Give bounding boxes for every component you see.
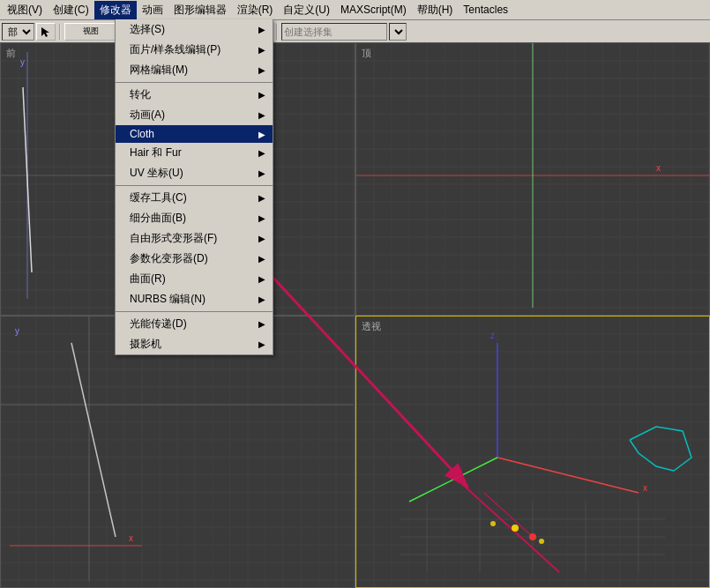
toolbar-sep-1 (59, 24, 61, 40)
menu-item-param[interactable]: 参数化变形器(D) ▶ (116, 249, 273, 269)
modifier-dropdown: 选择(S) ▶ 面片/样条线编辑(P) ▶ 网格编辑(M) ▶ 转化 ▶ 动画(… (115, 19, 273, 355)
viewport-front-label: 前 (6, 47, 16, 60)
submenu-arrow-patch: ▶ (258, 45, 265, 55)
viewport-perspective-canvas (356, 316, 710, 588)
menu-sep-3 (116, 311, 273, 312)
submenu-arrow-subdivide: ▶ (258, 213, 265, 223)
menu-tentacles[interactable]: Tentacles (458, 2, 513, 18)
viewport-top-label: 顶 (362, 47, 371, 60)
submenu-arrow-cache: ▶ (258, 193, 265, 203)
menu-item-select[interactable]: 选择(S) ▶ (116, 19, 273, 40)
selection-set-input[interactable] (281, 23, 387, 41)
submenu-arrow-uv: ▶ (258, 168, 265, 178)
menu-item-mesh[interactable]: 网格编辑(M) ▶ (116, 60, 273, 80)
submenu-arrow-animate: ▶ (258, 110, 265, 120)
menu-item-ffd[interactable]: 自由形式变形器(F) ▶ (116, 228, 273, 249)
toolbar-btn-2[interactable]: 视图 (64, 23, 117, 41)
toolbar: 部 视图 ⬛ ⬚ 3 🔧 % ⚙ ABC (0, 19, 710, 42)
viewport-left-canvas (1, 316, 355, 588)
submenu-arrow-surface: ▶ (258, 274, 265, 284)
submenu-arrow-select: ▶ (258, 25, 265, 34)
menu-maxscript[interactable]: MAXScript(M) (335, 2, 412, 18)
menu-item-surface[interactable]: 曲面(R) ▶ (116, 269, 273, 289)
part-select[interactable]: 部 (2, 23, 34, 41)
viewport-left[interactable]: y x (0, 316, 355, 589)
submenu-arrow-hair: ▶ (258, 148, 265, 158)
menu-item-uv[interactable]: UV 坐标(U) ▶ (116, 163, 273, 183)
menu-modifier[interactable]: 修改器 (94, 1, 137, 19)
viewports-container: 前 y 顶 x y x (0, 42, 710, 588)
submenu-arrow-param: ▶ (258, 254, 265, 264)
menu-view[interactable]: 视图(V) (2, 1, 48, 19)
menu-item-subdivide[interactable]: 细分曲面(B) ▶ (116, 208, 273, 228)
menu-sep-2 (116, 185, 273, 186)
menu-render[interactable]: 渲染(R) (232, 1, 279, 19)
menubar: 视图(V) 创建(C) 修改器 动画 图形编辑器 渲染(R) 自定义(U) MA… (0, 0, 710, 19)
menu-item-animate[interactable]: 动画(A) ▶ (116, 105, 273, 125)
menu-create[interactable]: 创建(C) (48, 1, 94, 19)
menu-item-camera[interactable]: 摄影机 ▶ (116, 334, 273, 354)
menu-item-cloth[interactable]: Cloth ▶ (116, 125, 273, 143)
menu-item-patch[interactable]: 面片/样条线编辑(P) ▶ (116, 40, 273, 60)
toolbar-sep-3 (276, 24, 278, 40)
menu-animation[interactable]: 动画 (137, 1, 168, 19)
viewport-perspective-label: 透视 (362, 320, 381, 333)
menu-item-radiosity[interactable]: 光能传递(D) ▶ (116, 314, 273, 334)
menu-item-hair[interactable]: Hair 和 Fur ▶ (116, 143, 273, 163)
submenu-arrow-convert: ▶ (258, 90, 265, 100)
viewport-top[interactable]: 顶 x (355, 42, 711, 316)
select-tool-btn[interactable] (36, 23, 56, 41)
submenu-arrow-radiosity: ▶ (258, 319, 265, 329)
menu-custom[interactable]: 自定义(U) (278, 1, 335, 19)
menu-sep-1 (116, 82, 273, 83)
viewport-perspective[interactable]: 透视 x z (355, 316, 711, 589)
menu-help[interactable]: 帮助(H) (412, 1, 459, 19)
selection-set-select[interactable] (389, 23, 407, 41)
submenu-arrow-mesh: ▶ (258, 65, 265, 75)
submenu-arrow-ffd: ▶ (258, 234, 265, 243)
menu-item-nurbs[interactable]: NURBS 编辑(N) ▶ (116, 289, 273, 309)
submenu-arrow-nurbs: ▶ (258, 294, 265, 304)
submenu-arrow-cloth: ▶ (258, 130, 265, 139)
viewport-top-canvas (356, 43, 710, 315)
menu-item-convert[interactable]: 转化 ▶ (116, 85, 273, 105)
menu-item-cache[interactable]: 缓存工具(C) ▶ (116, 188, 273, 208)
submenu-arrow-camera: ▶ (258, 339, 265, 349)
menu-graph-editor[interactable]: 图形编辑器 (168, 1, 232, 19)
